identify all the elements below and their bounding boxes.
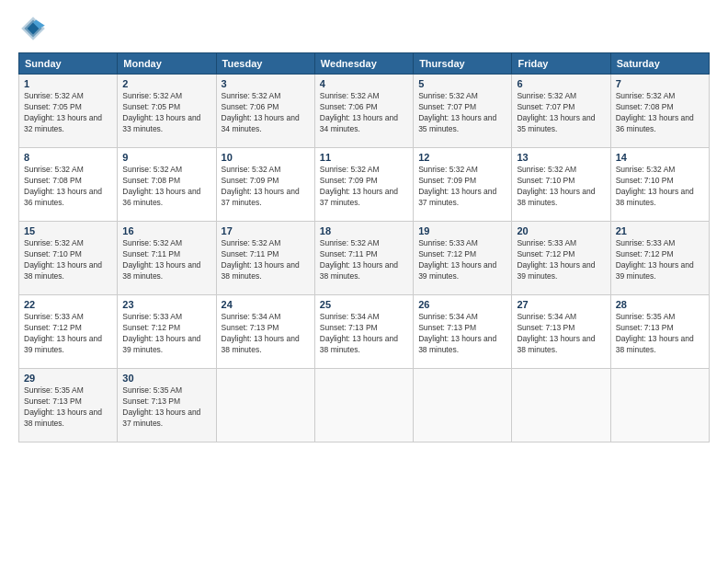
calendar-week-row: 1 Sunrise: 5:32 AM Sunset: 7:05 PM Dayli…	[19, 75, 710, 148]
page: SundayMondayTuesdayWednesdayThursdayFrid…	[0, 0, 728, 563]
calendar-header-cell: Monday	[118, 53, 216, 75]
day-number: 10	[222, 152, 310, 163]
calendar-header-cell: Saturday	[610, 53, 709, 75]
day-number: 20	[517, 225, 605, 236]
calendar-day-cell: 26 Sunrise: 5:34 AM Sunset: 7:13 PM Dayl…	[414, 295, 512, 369]
day-number: 25	[320, 299, 408, 310]
calendar-day-cell: 29 Sunrise: 5:35 AM Sunset: 7:13 PM Dayl…	[19, 369, 118, 442]
day-info: Sunrise: 5:32 AM Sunset: 7:11 PM Dayligh…	[122, 238, 210, 282]
day-number: 2	[122, 78, 210, 89]
day-number: 13	[517, 152, 605, 163]
day-info: Sunrise: 5:32 AM Sunset: 7:10 PM Dayligh…	[24, 238, 112, 282]
day-info: Sunrise: 5:33 AM Sunset: 7:12 PM Dayligh…	[122, 312, 210, 356]
day-number: 11	[320, 152, 408, 163]
calendar-week-row: 29 Sunrise: 5:35 AM Sunset: 7:13 PM Dayl…	[19, 369, 710, 442]
day-info: Sunrise: 5:32 AM Sunset: 7:07 PM Dayligh…	[517, 91, 605, 135]
calendar-header-cell: Tuesday	[216, 53, 314, 75]
day-number: 28	[616, 299, 704, 310]
day-info: Sunrise: 5:32 AM Sunset: 7:08 PM Dayligh…	[616, 91, 704, 135]
logo	[18, 14, 51, 43]
calendar-day-cell	[610, 369, 709, 442]
calendar-day-cell: 23 Sunrise: 5:33 AM Sunset: 7:12 PM Dayl…	[118, 295, 216, 369]
calendar-day-cell	[314, 369, 413, 442]
day-number: 24	[222, 299, 310, 310]
calendar-day-cell: 2 Sunrise: 5:32 AM Sunset: 7:05 PM Dayli…	[118, 75, 216, 148]
day-info: Sunrise: 5:33 AM Sunset: 7:12 PM Dayligh…	[517, 238, 605, 282]
calendar-table: SundayMondayTuesdayWednesdayThursdayFrid…	[18, 52, 710, 442]
calendar-body: 1 Sunrise: 5:32 AM Sunset: 7:05 PM Dayli…	[19, 75, 710, 442]
calendar-day-cell: 9 Sunrise: 5:32 AM Sunset: 7:08 PM Dayli…	[118, 148, 216, 222]
day-number: 19	[418, 225, 506, 236]
day-info: Sunrise: 5:32 AM Sunset: 7:08 PM Dayligh…	[24, 165, 112, 209]
calendar-day-cell: 6 Sunrise: 5:32 AM Sunset: 7:07 PM Dayli…	[512, 75, 610, 148]
day-info: Sunrise: 5:33 AM Sunset: 7:12 PM Dayligh…	[418, 238, 506, 282]
calendar-day-cell: 1 Sunrise: 5:32 AM Sunset: 7:05 PM Dayli…	[19, 75, 118, 148]
calendar-week-row: 15 Sunrise: 5:32 AM Sunset: 7:10 PM Dayl…	[19, 222, 710, 295]
day-info: Sunrise: 5:32 AM Sunset: 7:07 PM Dayligh…	[418, 91, 506, 135]
day-number: 23	[122, 299, 210, 310]
calendar-day-cell	[216, 369, 314, 442]
day-info: Sunrise: 5:32 AM Sunset: 7:09 PM Dayligh…	[222, 165, 310, 209]
day-number: 14	[616, 152, 704, 163]
calendar-day-cell: 11 Sunrise: 5:32 AM Sunset: 7:09 PM Dayl…	[314, 148, 413, 222]
day-number: 26	[418, 299, 506, 310]
calendar-week-row: 22 Sunrise: 5:33 AM Sunset: 7:12 PM Dayl…	[19, 295, 710, 369]
day-info: Sunrise: 5:32 AM Sunset: 7:09 PM Dayligh…	[418, 165, 506, 209]
calendar-day-cell: 17 Sunrise: 5:32 AM Sunset: 7:11 PM Dayl…	[216, 222, 314, 295]
calendar-day-cell: 7 Sunrise: 5:32 AM Sunset: 7:08 PM Dayli…	[610, 75, 709, 148]
day-number: 9	[122, 152, 210, 163]
logo-icon	[18, 14, 48, 43]
calendar-day-cell: 20 Sunrise: 5:33 AM Sunset: 7:12 PM Dayl…	[512, 222, 610, 295]
day-info: Sunrise: 5:32 AM Sunset: 7:05 PM Dayligh…	[122, 91, 210, 135]
day-info: Sunrise: 5:32 AM Sunset: 7:06 PM Dayligh…	[222, 91, 310, 135]
calendar-header-cell: Wednesday	[314, 53, 413, 75]
calendar-day-cell: 21 Sunrise: 5:33 AM Sunset: 7:12 PM Dayl…	[610, 222, 709, 295]
day-number: 8	[24, 152, 112, 163]
calendar-day-cell	[512, 369, 610, 442]
calendar-header-row: SundayMondayTuesdayWednesdayThursdayFrid…	[19, 53, 710, 75]
calendar-day-cell: 27 Sunrise: 5:34 AM Sunset: 7:13 PM Dayl…	[512, 295, 610, 369]
day-info: Sunrise: 5:32 AM Sunset: 7:10 PM Dayligh…	[517, 165, 605, 209]
calendar-day-cell: 22 Sunrise: 5:33 AM Sunset: 7:12 PM Dayl…	[19, 295, 118, 369]
day-number: 18	[320, 225, 408, 236]
day-info: Sunrise: 5:34 AM Sunset: 7:13 PM Dayligh…	[517, 312, 605, 356]
calendar-day-cell: 14 Sunrise: 5:32 AM Sunset: 7:10 PM Dayl…	[610, 148, 709, 222]
calendar-day-cell: 15 Sunrise: 5:32 AM Sunset: 7:10 PM Dayl…	[19, 222, 118, 295]
calendar-day-cell: 12 Sunrise: 5:32 AM Sunset: 7:09 PM Dayl…	[414, 148, 512, 222]
day-number: 16	[122, 225, 210, 236]
day-info: Sunrise: 5:32 AM Sunset: 7:08 PM Dayligh…	[122, 165, 210, 209]
day-info: Sunrise: 5:32 AM Sunset: 7:06 PM Dayligh…	[320, 91, 408, 135]
day-number: 17	[222, 225, 310, 236]
calendar-day-cell: 16 Sunrise: 5:32 AM Sunset: 7:11 PM Dayl…	[118, 222, 216, 295]
day-info: Sunrise: 5:34 AM Sunset: 7:13 PM Dayligh…	[320, 312, 408, 356]
day-info: Sunrise: 5:32 AM Sunset: 7:05 PM Dayligh…	[24, 91, 112, 135]
calendar-day-cell	[414, 369, 512, 442]
day-info: Sunrise: 5:32 AM Sunset: 7:11 PM Dayligh…	[222, 238, 310, 282]
day-info: Sunrise: 5:35 AM Sunset: 7:13 PM Dayligh…	[122, 385, 210, 430]
calendar-day-cell: 24 Sunrise: 5:34 AM Sunset: 7:13 PM Dayl…	[216, 295, 314, 369]
day-number: 21	[616, 225, 704, 236]
day-number: 30	[122, 373, 210, 384]
day-info: Sunrise: 5:33 AM Sunset: 7:12 PM Dayligh…	[24, 312, 112, 356]
calendar-day-cell: 5 Sunrise: 5:32 AM Sunset: 7:07 PM Dayli…	[414, 75, 512, 148]
day-number: 12	[418, 152, 506, 163]
day-info: Sunrise: 5:35 AM Sunset: 7:13 PM Dayligh…	[616, 312, 704, 356]
day-info: Sunrise: 5:32 AM Sunset: 7:11 PM Dayligh…	[320, 238, 408, 282]
day-number: 7	[616, 78, 704, 89]
calendar-header-cell: Thursday	[414, 53, 512, 75]
calendar-day-cell: 28 Sunrise: 5:35 AM Sunset: 7:13 PM Dayl…	[610, 295, 709, 369]
day-info: Sunrise: 5:34 AM Sunset: 7:13 PM Dayligh…	[418, 312, 506, 356]
calendar-day-cell: 18 Sunrise: 5:32 AM Sunset: 7:11 PM Dayl…	[314, 222, 413, 295]
calendar-day-cell: 25 Sunrise: 5:34 AM Sunset: 7:13 PM Dayl…	[314, 295, 413, 369]
day-number: 15	[24, 225, 112, 236]
day-number: 4	[320, 78, 408, 89]
day-number: 6	[517, 78, 605, 89]
day-info: Sunrise: 5:32 AM Sunset: 7:10 PM Dayligh…	[616, 165, 704, 209]
calendar-day-cell: 4 Sunrise: 5:32 AM Sunset: 7:06 PM Dayli…	[314, 75, 413, 148]
day-info: Sunrise: 5:32 AM Sunset: 7:09 PM Dayligh…	[320, 165, 408, 209]
calendar-day-cell: 10 Sunrise: 5:32 AM Sunset: 7:09 PM Dayl…	[216, 148, 314, 222]
header	[18, 14, 710, 43]
day-number: 27	[517, 299, 605, 310]
day-info: Sunrise: 5:34 AM Sunset: 7:13 PM Dayligh…	[222, 312, 310, 356]
calendar-week-row: 8 Sunrise: 5:32 AM Sunset: 7:08 PM Dayli…	[19, 148, 710, 222]
